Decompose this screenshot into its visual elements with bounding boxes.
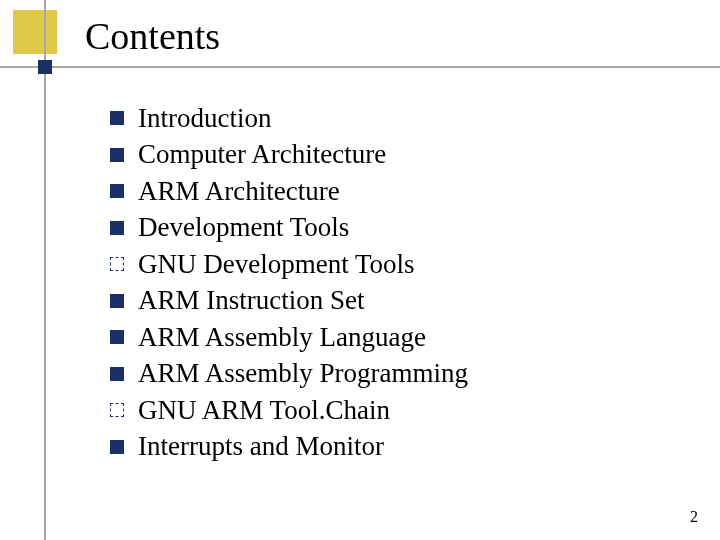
list-item-label: ARM Instruction Set	[138, 285, 365, 316]
list-item: GNU ARM Tool.Chain	[110, 392, 468, 429]
list-item-label: GNU ARM Tool.Chain	[138, 395, 390, 426]
list-item-label: Introduction	[138, 103, 271, 134]
list-item-label: GNU Development Tools	[138, 249, 415, 280]
square-bullet-icon	[110, 111, 124, 125]
list-item-label: Computer Architecture	[138, 139, 386, 170]
page-title: Contents	[85, 14, 220, 58]
decor-navy-square	[38, 60, 52, 74]
decor-horizontal-rule	[0, 66, 720, 68]
square-bullet-icon	[110, 330, 124, 344]
square-bullet-icon	[110, 440, 124, 454]
list-item: GNU Development Tools	[110, 246, 468, 283]
list-item: Introduction	[110, 100, 468, 137]
square-bullet-icon	[110, 294, 124, 308]
list-item: ARM Assembly Programming	[110, 356, 468, 393]
list-item: Development Tools	[110, 210, 468, 247]
square-bullet-icon	[110, 367, 124, 381]
square-bullet-icon	[110, 148, 124, 162]
list-item: ARM Assembly Language	[110, 319, 468, 356]
decor-vertical-rule	[44, 0, 46, 540]
square-bullet-icon	[110, 184, 124, 198]
page-number: 2	[690, 508, 698, 526]
list-item: Computer Architecture	[110, 137, 468, 174]
list-item: ARM Instruction Set	[110, 283, 468, 320]
list-item-label: Development Tools	[138, 212, 349, 243]
list-item-label: ARM Architecture	[138, 176, 340, 207]
square-bullet-icon	[110, 257, 124, 271]
square-bullet-icon	[110, 403, 124, 417]
contents-list: Introduction Computer Architecture ARM A…	[110, 100, 468, 465]
square-bullet-icon	[110, 221, 124, 235]
list-item: ARM Architecture	[110, 173, 468, 210]
list-item-label: ARM Assembly Programming	[138, 358, 468, 389]
list-item: Interrupts and Monitor	[110, 429, 468, 466]
list-item-label: Interrupts and Monitor	[138, 431, 384, 462]
decor-gold-square	[13, 10, 57, 54]
list-item-label: ARM Assembly Language	[138, 322, 426, 353]
